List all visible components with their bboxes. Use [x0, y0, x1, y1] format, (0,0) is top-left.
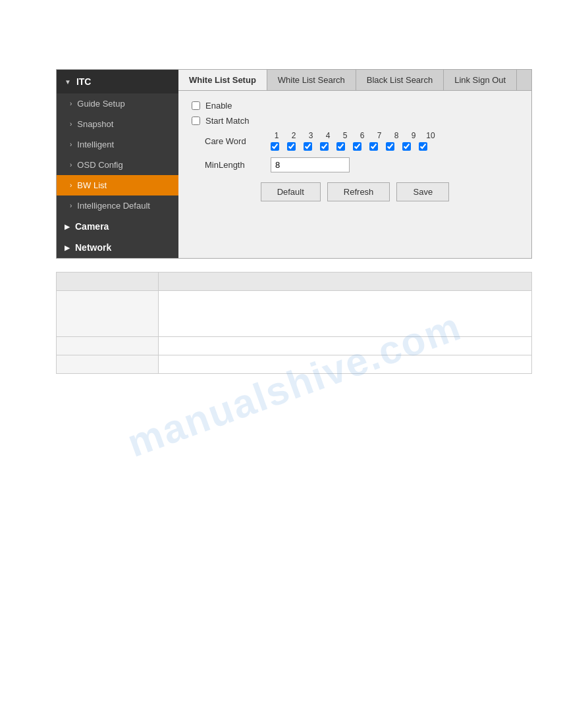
care-word-num-2: 2 — [289, 131, 298, 140]
start-match-checkbox[interactable] — [192, 117, 200, 125]
sidebar-section-label: Network — [75, 242, 111, 253]
sidebar-item-osd-config[interactable]: › OSD Config — [57, 155, 178, 175]
care-word-numbers: 1 2 3 4 5 6 7 8 9 10 — [272, 131, 435, 140]
care-word-checkboxes — [271, 142, 435, 151]
sidebar-item-label: Intelligence Default — [77, 201, 150, 211]
tab-link-sign-out[interactable]: Link Sign Out — [444, 70, 517, 90]
table-cell-value — [159, 337, 532, 355]
care-word-cb-7[interactable] — [369, 142, 378, 151]
sidebar-item-label: Snapshot — [77, 119, 113, 129]
care-word-cb-4[interactable] — [320, 142, 329, 151]
minlength-section: MinLength — [192, 157, 518, 172]
table-header-row — [57, 273, 532, 291]
sidebar-section-label: Camera — [75, 221, 109, 232]
sidebar-item-intelligent[interactable]: › Intelligent — [57, 134, 178, 155]
tabs-bar: White List Setup White List Search Black… — [178, 70, 531, 91]
minlength-input[interactable] — [271, 157, 350, 172]
tab-white-list-search[interactable]: White List Search — [267, 70, 356, 90]
care-word-cb-10[interactable] — [419, 142, 427, 151]
data-table — [56, 272, 532, 374]
tab-white-list-setup[interactable]: White List Setup — [178, 70, 267, 90]
enable-row: Enable — [192, 101, 518, 111]
chevron-right-icon: › — [70, 141, 72, 148]
sidebar-item-bw-list[interactable]: › BW List — [57, 175, 178, 195]
refresh-button[interactable]: Refresh — [327, 182, 390, 201]
care-word-num-3: 3 — [306, 131, 315, 140]
sidebar-title: ▼ ITC — [57, 70, 178, 93]
care-word-section: Care Word 1 2 3 4 5 6 7 8 9 10 — [192, 131, 518, 151]
chevron-right-icon: ▶ — [65, 223, 70, 230]
table-cell-value — [159, 355, 532, 374]
content-area: White List Setup White List Search Black… — [178, 70, 531, 258]
sidebar-item-label: Intelligent — [77, 140, 114, 149]
main-container: ▼ ITC › Guide Setup › Snapshot › Intelli… — [56, 69, 532, 259]
button-row: Default Refresh Save — [192, 182, 518, 201]
table-col-1 — [57, 273, 159, 291]
enable-checkbox[interactable] — [192, 101, 200, 110]
start-match-label: Start Match — [205, 116, 249, 126]
table-cell-key — [57, 291, 159, 337]
care-word-num-9: 9 — [409, 131, 418, 140]
chevron-right-icon: › — [70, 202, 72, 209]
care-word-num-6: 6 — [358, 131, 367, 140]
table-cell-key — [57, 337, 159, 355]
tab-black-list-search[interactable]: Black List Search — [356, 70, 444, 90]
sidebar-item-label: OSD Config — [77, 160, 122, 170]
sidebar-section-camera[interactable]: ▶ Camera — [57, 216, 178, 237]
table-cell-key — [57, 355, 159, 374]
care-word-cb-3[interactable] — [304, 142, 312, 151]
care-word-cb-9[interactable] — [402, 142, 411, 151]
table-cell-value — [159, 291, 532, 337]
care-word-checks: 1 2 3 4 5 6 7 8 9 10 — [271, 131, 435, 151]
care-word-cb-5[interactable] — [336, 142, 345, 151]
table-col-2 — [159, 273, 532, 291]
sidebar: ▼ ITC › Guide Setup › Snapshot › Intelli… — [57, 70, 178, 258]
chevron-right-icon: ▶ — [65, 244, 70, 251]
chevron-right-icon: › — [70, 182, 72, 189]
care-word-num-10: 10 — [426, 131, 435, 140]
care-word-num-7: 7 — [375, 131, 384, 140]
minlength-label: MinLength — [205, 160, 271, 170]
save-button[interactable]: Save — [396, 182, 449, 201]
care-word-num-4: 4 — [323, 131, 333, 140]
sidebar-item-label: Guide Setup — [77, 99, 124, 109]
default-button[interactable]: Default — [261, 182, 321, 201]
sidebar-item-snapshot[interactable]: › Snapshot — [57, 114, 178, 134]
table-row — [57, 291, 532, 337]
enable-label: Enable — [205, 101, 232, 111]
table-row — [57, 337, 532, 355]
table-row — [57, 355, 532, 374]
care-word-cb-2[interactable] — [287, 142, 296, 151]
chevron-right-icon: › — [70, 161, 72, 169]
sidebar-item-intelligence-default[interactable]: › Intelligence Default — [57, 195, 178, 216]
sidebar-title-arrow-icon: ▼ — [65, 78, 71, 86]
care-word-cb-1[interactable] — [271, 142, 279, 151]
care-word-num-1: 1 — [272, 131, 281, 140]
sidebar-section-network[interactable]: ▶ Network — [57, 237, 178, 258]
care-word-label: Care Word — [205, 136, 271, 146]
care-word-num-5: 5 — [340, 131, 350, 140]
table-container — [56, 272, 532, 374]
chevron-right-icon: › — [70, 100, 72, 107]
chevron-right-icon: › — [70, 120, 72, 128]
care-word-cb-8[interactable] — [386, 142, 394, 151]
care-word-num-8: 8 — [392, 131, 401, 140]
care-word-cb-6[interactable] — [353, 142, 361, 151]
sidebar-item-guide-setup[interactable]: › Guide Setup — [57, 93, 178, 114]
sidebar-title-label: ITC — [76, 76, 92, 87]
start-match-row: Start Match — [192, 116, 518, 126]
form-area: Enable Start Match Care Word 1 2 3 4 5 — [178, 91, 531, 211]
sidebar-item-label: BW List — [77, 180, 107, 190]
